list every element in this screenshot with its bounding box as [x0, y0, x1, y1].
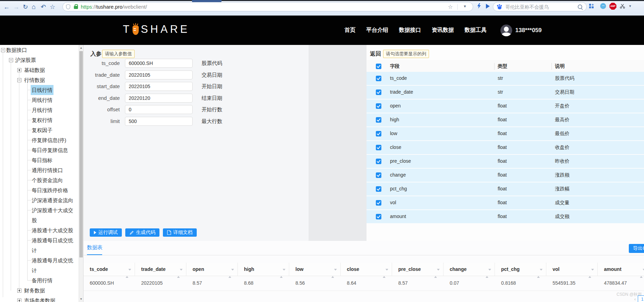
- tree-item[interactable]: 复权行情: [0, 115, 79, 125]
- returns-type: float: [498, 214, 507, 219]
- sort-desc-icon[interactable]: [540, 269, 543, 276]
- tree-item[interactable]: 数据接口: [0, 45, 79, 55]
- address-bar[interactable]: https://tushare.pro/webclient/ ☆ ▾: [62, 2, 473, 11]
- tree-item[interactable]: 港股通十大成交股: [0, 225, 79, 235]
- tushare-logo[interactable]: T SHARE: [123, 23, 190, 36]
- tree-item[interactable]: 沪深股通十大成交股: [0, 205, 79, 225]
- user-avatar[interactable]: [500, 25, 512, 36]
- refresh-icon[interactable]: ↻: [23, 3, 28, 11]
- bookmark-star-icon[interactable]: ☆: [50, 3, 55, 11]
- nav-item-数据接口[interactable]: 数据接口: [399, 27, 421, 34]
- expand-icon[interactable]: [17, 289, 21, 293]
- tree-item[interactable]: 沪深港通资金流向: [0, 195, 79, 205]
- select-all-checkbox[interactable]: [376, 64, 381, 69]
- sidebar-scrollbar[interactable]: ▲ ▼: [79, 45, 84, 302]
- sort-desc-icon[interactable]: [488, 269, 491, 276]
- param-input-ts_code[interactable]: [125, 59, 193, 68]
- tree-item[interactable]: 个股资金流向: [0, 175, 79, 185]
- field-checkbox-high[interactable]: [376, 117, 381, 123]
- field-checkbox-pre_close[interactable]: [376, 159, 381, 164]
- param-input-start_date[interactable]: [125, 82, 193, 91]
- field-checkbox-trade_date[interactable]: [376, 89, 381, 95]
- toolbar-more-icon[interactable]: ▾: [629, 4, 631, 8]
- collapse-icon[interactable]: [9, 58, 13, 62]
- pagination-prev-icon[interactable]: ‹: [634, 297, 636, 302]
- urlbar-divider: [457, 4, 458, 10]
- expand-icon[interactable]: [17, 68, 21, 72]
- sort-desc-icon[interactable]: [231, 269, 234, 276]
- collapse-icon[interactable]: [17, 78, 21, 82]
- sort-desc-icon[interactable]: [128, 269, 131, 276]
- tree-item[interactable]: 停复牌信息(停): [0, 135, 79, 145]
- lightning-icon[interactable]: [477, 3, 481, 10]
- field-checkbox-pct_chg[interactable]: [376, 186, 381, 192]
- back-icon[interactable]: ←: [3, 3, 10, 11]
- tree-item-label: 市场参考数据: [24, 298, 55, 302]
- tree-item[interactable]: 复权因子: [0, 125, 79, 135]
- nav-item-数据工具[interactable]: 数据工具: [465, 27, 487, 34]
- tree-item[interactable]: 市场参考数据: [0, 295, 79, 302]
- pagination-page-1[interactable]: 1: [638, 295, 644, 302]
- scroll-down-icon[interactable]: ▼: [79, 298, 83, 301]
- sort-desc-icon[interactable]: [437, 269, 440, 276]
- home-icon[interactable]: ⌂: [32, 3, 36, 11]
- favorite-star-icon[interactable]: ☆: [448, 3, 453, 10]
- tree-item-selected[interactable]: 日线行情: [0, 85, 79, 95]
- code-button[interactable]: 生成代码: [125, 228, 159, 237]
- tree-item[interactable]: 每日指标: [0, 155, 79, 165]
- nav-item-首页[interactable]: 首页: [344, 27, 355, 34]
- expand-icon[interactable]: [17, 299, 21, 302]
- urlbar-dropdown-icon[interactable]: ▾: [464, 4, 466, 9]
- export-csv-button[interactable]: 导出CSV: [629, 244, 644, 253]
- tree-item[interactable]: 每日停复牌信息: [0, 145, 79, 155]
- tree-item[interactable]: 基础数据: [0, 65, 79, 75]
- doc-button[interactable]: 详细文档: [163, 228, 197, 237]
- tree-item[interactable]: 通用行情接口: [0, 165, 79, 175]
- sort-desc-icon[interactable]: [180, 269, 183, 276]
- field-checkbox-ts_code[interactable]: [376, 76, 381, 81]
- tree-item[interactable]: 行情数据: [0, 75, 79, 85]
- sort-desc-icon[interactable]: [386, 269, 388, 276]
- param-input-end_date[interactable]: [125, 94, 193, 103]
- nav-item-平台介绍[interactable]: 平台介绍: [366, 27, 388, 34]
- play-media-icon[interactable]: [486, 4, 490, 9]
- tree-item[interactable]: 周线行情: [0, 95, 79, 105]
- forward-icon[interactable]: →: [13, 3, 19, 11]
- extensions-grid-icon[interactable]: [589, 3, 594, 10]
- search-box[interactable]: [493, 2, 587, 11]
- blocker-icon[interactable]: −: [600, 3, 606, 9]
- tree-item[interactable]: 港股通每日成交统计: [0, 235, 79, 255]
- param-input-offset[interactable]: [125, 105, 193, 114]
- adblock-plus-icon[interactable]: ABP: [609, 3, 616, 10]
- tree-item[interactable]: 港股通每月成交统计: [0, 255, 79, 275]
- result-cell-pre_close: 8.57: [392, 276, 443, 291]
- user-area[interactable]: 138***059: [500, 16, 542, 45]
- tab-data-table[interactable]: 数据表: [87, 244, 103, 251]
- field-checkbox-low[interactable]: [376, 131, 381, 136]
- sort-desc-icon[interactable]: [334, 269, 337, 276]
- nav-item-资讯数据[interactable]: 资讯数据: [432, 27, 454, 34]
- search-icon[interactable]: [578, 4, 582, 9]
- field-checkbox-close[interactable]: [376, 145, 381, 150]
- param-input-limit[interactable]: [125, 117, 193, 126]
- sort-desc-icon[interactable]: [643, 269, 644, 276]
- tree-item[interactable]: 财务数据: [0, 285, 79, 295]
- collapse-icon[interactable]: [1, 48, 5, 52]
- scissors-icon[interactable]: [620, 4, 625, 10]
- field-checkbox-change[interactable]: [376, 172, 381, 178]
- param-input-trade_date[interactable]: [125, 70, 193, 79]
- tree-item[interactable]: 每日涨跌停价格: [0, 185, 79, 195]
- tree-item[interactable]: 月线行情: [0, 105, 79, 115]
- scroll-up-icon[interactable]: ▲: [79, 46, 83, 49]
- run-button[interactable]: 运行调试: [90, 228, 122, 237]
- field-checkbox-amount[interactable]: [376, 214, 381, 219]
- field-checkbox-open[interactable]: [376, 103, 381, 109]
- tree-item[interactable]: 沪深股票: [0, 55, 79, 65]
- tree-item[interactable]: 备用行情: [0, 275, 79, 285]
- scrollbar-thumb[interactable]: [79, 51, 83, 257]
- search-input[interactable]: [505, 4, 578, 10]
- sort-desc-icon[interactable]: [283, 269, 285, 276]
- undo-icon[interactable]: ↶: [41, 3, 46, 11]
- sort-desc-icon[interactable]: [591, 269, 594, 276]
- field-checkbox-vol[interactable]: [376, 200, 381, 206]
